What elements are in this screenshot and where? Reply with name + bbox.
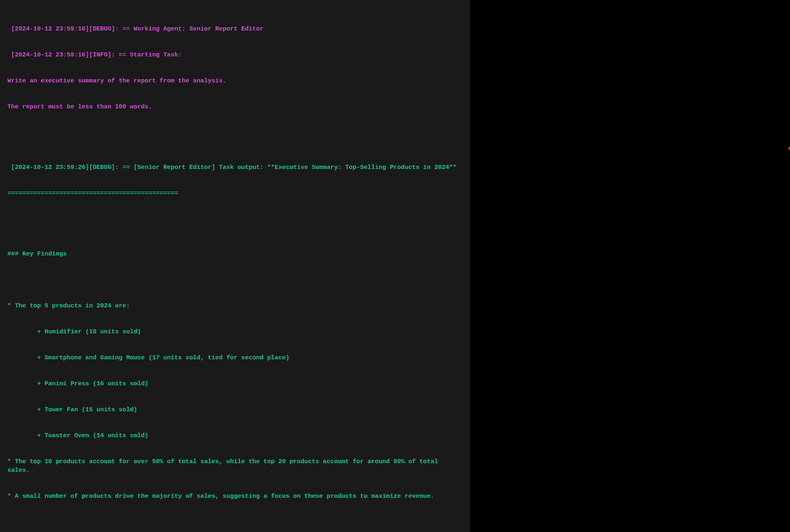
task-description: Write an executive summary of the report… [7,77,463,85]
bullet: + Toaster Oven (14 units sold) [7,431,463,440]
blank-line [7,129,463,137]
terminal-output[interactable]: [2024-10-12 23:59:16][DEBUG]: == Working… [0,0,470,532]
blank-line [7,518,463,527]
bullet: + Panini Press (16 units sold) [7,380,463,388]
bullet: + Humidifier (18 units sold) [7,328,463,336]
task-description: The report must be less than 100 words. [7,103,463,111]
right-pane [470,0,790,532]
bullet: * The top 5 products in 2024 are: [7,302,463,310]
bullet: + Smartphone and Gaming Mouse (17 units … [7,354,463,362]
hrule: ========================================… [7,189,463,198]
blank-line [7,276,463,284]
log-line: [2024-10-12 23:59:26][DEBUG]: == [Senior… [7,163,463,172]
blank-line [7,215,463,224]
bullet: * The top 10 products account for over 5… [7,457,463,475]
bullet: * A small number of products drive the m… [7,492,463,501]
log-line: [2024-10-12 23:59:16][DEBUG]: == Working… [7,25,463,33]
bullet: + Tower Fan (15 units sold) [7,405,463,414]
heading: ### Key Findings [7,250,463,258]
log-line: [2024-10-12 23:59:16][INFO]: == Starting… [7,51,463,59]
red-dot-indicator [788,147,790,150]
